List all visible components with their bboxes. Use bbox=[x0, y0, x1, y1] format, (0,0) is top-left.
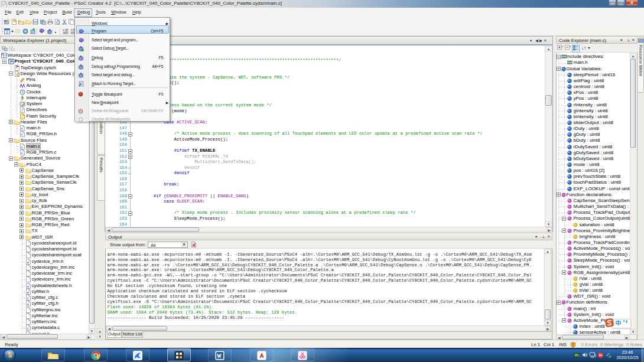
svg-text:c: c bbox=[21, 151, 23, 155]
svg-text:h: h bbox=[21, 127, 23, 131]
svg-text:c: c bbox=[27, 327, 28, 330]
svg-text:c: c bbox=[21, 145, 23, 149]
svg-text:h: h bbox=[21, 133, 23, 136]
svg-text:c: c bbox=[27, 296, 28, 300]
svg-text:1: 1 bbox=[578, 354, 580, 357]
